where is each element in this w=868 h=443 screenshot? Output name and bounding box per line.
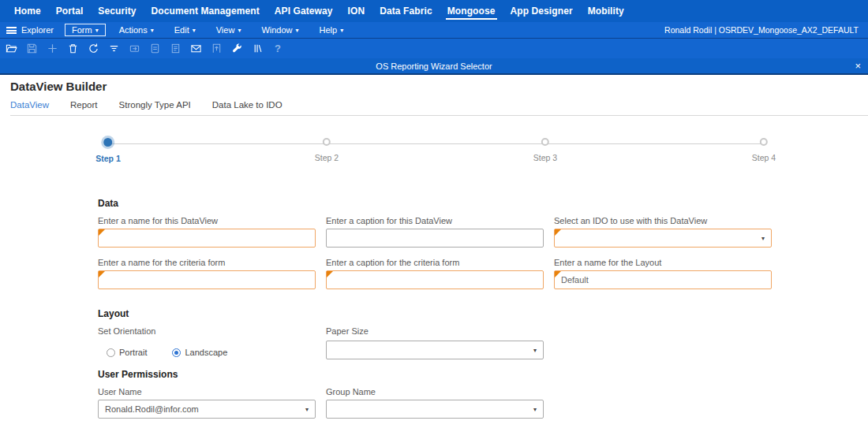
step-dot-icon bbox=[760, 138, 768, 146]
paper-size-dropdown[interactable]: ▾ bbox=[326, 341, 544, 359]
permissions-fields-grid: User Name Ronald.Rodil@infor.com ▾ Group… bbox=[98, 387, 868, 419]
dataview-name-input-field[interactable] bbox=[99, 229, 315, 247]
step-4[interactable]: Step 4 bbox=[752, 138, 776, 162]
criteria-form-caption-input-field[interactable] bbox=[327, 271, 543, 289]
menu-view[interactable]: View ▾ bbox=[209, 24, 249, 36]
toolbar: ? bbox=[0, 38, 868, 58]
ido-select-dropdown[interactable]: ▾ bbox=[554, 229, 772, 248]
field-label: Set Orientation bbox=[98, 326, 316, 336]
step-2[interactable]: Step 2 bbox=[315, 138, 339, 162]
menu-edit[interactable]: Edit ▾ bbox=[167, 24, 203, 36]
step-label: Step 1 bbox=[95, 154, 121, 163]
chevron-down-icon: ▾ bbox=[761, 235, 765, 242]
topnav-item-security[interactable]: Security bbox=[98, 0, 136, 22]
field-label: Enter a name for this DataView bbox=[98, 216, 316, 225]
menu-actions[interactable]: Actions ▾ bbox=[112, 24, 161, 36]
user-name-value: Ronald.Rodil@infor.com bbox=[105, 404, 199, 414]
tab-dataview[interactable]: DataView bbox=[10, 100, 49, 110]
user-context: Ronald Rodil | OSRDEV_Mongoose_AX2_DEFAU… bbox=[664, 25, 859, 35]
menu-bar: Explorer Form ▾ Actions ▾ Edit ▾ View ▾ … bbox=[0, 22, 868, 38]
open-folder-icon[interactable] bbox=[5, 43, 17, 55]
wrench-tools-icon[interactable] bbox=[230, 43, 243, 55]
new-plus-icon[interactable] bbox=[46, 43, 58, 55]
topnav-item-document-management[interactable]: Document Management bbox=[152, 0, 260, 22]
open-in-window-icon[interactable] bbox=[128, 43, 140, 55]
data-fields-grid: Enter a name for this DataView Enter a c… bbox=[98, 216, 868, 289]
tab-report[interactable]: Report bbox=[70, 100, 98, 110]
chevron-down-icon: ▾ bbox=[533, 406, 537, 413]
topnav-item-mobility[interactable]: Mobility bbox=[588, 0, 624, 22]
dataview-caption-input-field[interactable] bbox=[327, 229, 543, 247]
tab-data-lake-to-ido[interactable]: Data Lake to IDO bbox=[212, 100, 282, 110]
radio-portrait[interactable]: Portrait bbox=[107, 348, 147, 357]
menu-form[interactable]: Form ▾ bbox=[65, 24, 106, 36]
topnav-item-api-gateway[interactable]: API Gateway bbox=[275, 0, 333, 22]
criteria-form-name-input[interactable] bbox=[98, 270, 316, 289]
export-book-icon[interactable] bbox=[210, 43, 223, 55]
menu-help[interactable]: Help ▾ bbox=[312, 24, 351, 36]
save-icon[interactable] bbox=[25, 43, 38, 55]
explorer-toggle[interactable]: Explorer bbox=[6, 25, 54, 35]
layout-name-input[interactable] bbox=[554, 270, 772, 289]
step-3[interactable]: Step 3 bbox=[533, 138, 557, 162]
dataview-name-input[interactable] bbox=[98, 229, 316, 248]
topnav-item-home[interactable]: Home bbox=[14, 0, 41, 22]
topnav-item-mongoose[interactable]: Mongoose bbox=[447, 0, 496, 22]
required-corner-icon bbox=[555, 271, 561, 277]
topnav-item-ion[interactable]: ION bbox=[348, 0, 365, 22]
help-question-icon[interactable]: ? bbox=[271, 43, 284, 55]
required-corner-icon bbox=[99, 229, 105, 236]
criteria-form-name-input-field[interactable] bbox=[99, 271, 315, 289]
menu-actions-label: Actions bbox=[119, 25, 148, 35]
chevron-down-icon: ▾ bbox=[296, 28, 299, 34]
layout-name-input-field[interactable] bbox=[555, 271, 771, 289]
page-title: DataView Builder bbox=[10, 80, 868, 93]
topnav-item-portal[interactable]: Portal bbox=[56, 0, 84, 22]
menu-view-label: View bbox=[216, 25, 235, 35]
document-icon[interactable] bbox=[169, 43, 181, 55]
stepper-track bbox=[108, 143, 764, 144]
group-name-dropdown[interactable]: ▾ bbox=[326, 400, 544, 419]
close-icon[interactable]: × bbox=[855, 61, 861, 71]
step-label: Step 3 bbox=[533, 153, 557, 162]
email-envelope-icon[interactable] bbox=[189, 43, 202, 55]
wizard-title-bar: OS Reporting Wizard Selector × bbox=[0, 58, 868, 75]
criteria-form-caption-input[interactable] bbox=[326, 270, 544, 289]
field-user-name: User Name Ronald.Rodil@infor.com ▾ bbox=[98, 387, 316, 419]
topnav-item-app-designer[interactable]: App Designer bbox=[511, 0, 573, 22]
field-label: User Name bbox=[98, 387, 316, 396]
question-mark-glyph: ? bbox=[275, 43, 281, 54]
data-section-heading: Data bbox=[98, 198, 868, 209]
field-paper-size: Paper Size ▾ bbox=[326, 326, 544, 359]
main-content: DataView Builder DataView Report Strongl… bbox=[0, 80, 868, 443]
field-layout-name: Enter a name for the Layout bbox=[554, 258, 772, 289]
required-corner-icon bbox=[555, 229, 561, 236]
filter-icon[interactable] bbox=[107, 43, 120, 55]
tab-strongly-type-api[interactable]: Strongly Type API bbox=[119, 100, 191, 110]
radio-landscape[interactable]: Landscape bbox=[172, 348, 227, 357]
step-label: Step 2 bbox=[315, 153, 339, 162]
chevron-down-icon: ▾ bbox=[193, 28, 196, 34]
menu-window[interactable]: Window ▾ bbox=[254, 24, 305, 36]
notes-clipboard-icon[interactable] bbox=[148, 43, 161, 55]
field-label: Enter a name for the criteria form bbox=[98, 258, 316, 267]
field-group-name: Group Name ▾ bbox=[326, 387, 544, 419]
menu-edit-label: Edit bbox=[174, 25, 189, 35]
radio-circle-icon bbox=[107, 348, 115, 357]
delete-trash-icon[interactable] bbox=[66, 43, 79, 55]
chevron-down-icon: ▾ bbox=[340, 28, 343, 34]
layout-section-heading: Layout bbox=[98, 308, 868, 319]
user-name-dropdown[interactable]: Ronald.Rodil@infor.com ▾ bbox=[98, 400, 316, 419]
field-dataview-caption: Enter a caption for this DataView bbox=[326, 216, 544, 248]
books-log-icon[interactable] bbox=[251, 43, 264, 55]
menu-window-label: Window bbox=[261, 25, 292, 35]
field-criteria-form-name: Enter a name for the criteria form bbox=[98, 258, 316, 289]
required-corner-icon bbox=[327, 271, 333, 277]
refresh-icon[interactable] bbox=[87, 43, 99, 55]
topnav-item-data-fabric[interactable]: Data Fabric bbox=[380, 0, 432, 22]
step-dot-icon bbox=[103, 138, 112, 147]
step-1[interactable]: Step 1 bbox=[95, 138, 121, 163]
dataview-caption-input[interactable] bbox=[326, 229, 544, 248]
field-orientation: Set Orientation Portrait Landscape bbox=[98, 326, 316, 359]
tab-bar: DataView Report Strongly Type API Data L… bbox=[10, 100, 868, 116]
